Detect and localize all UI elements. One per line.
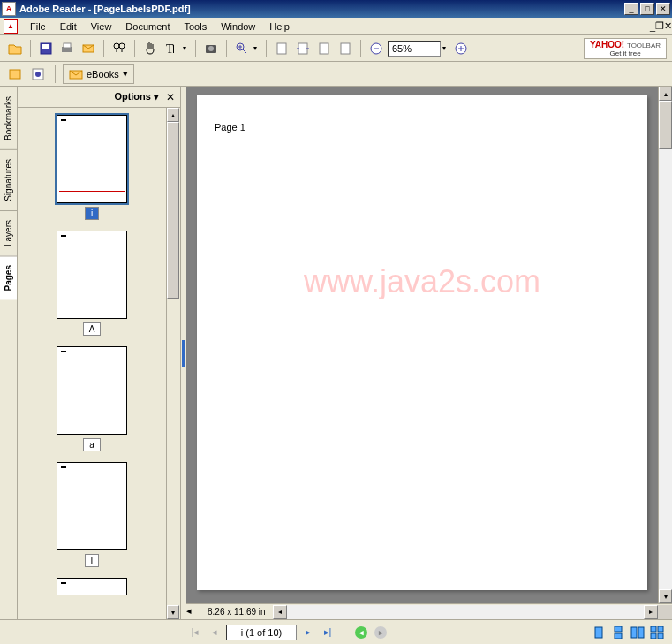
ebooks-dropdown-icon: ▾: [123, 68, 128, 80]
workspace: Bookmarks Signatures Layers Pages Option…: [0, 87, 672, 619]
zoom-level-dropdown[interactable]: ▾: [442, 44, 449, 52]
menu-window[interactable]: Window: [214, 19, 262, 34]
scroll-down-button[interactable]: ▾: [167, 605, 179, 619]
next-page-button[interactable]: ▸: [300, 625, 316, 640]
search-button[interactable]: [109, 39, 129, 58]
thumbnail[interactable]: [57, 115, 127, 203]
document-bottom-bar: ◂ 8.26 x 11.69 in ◂ ▸: [186, 603, 672, 619]
menu-tools[interactable]: Tools: [177, 19, 215, 34]
window-titlebar: A Adobe Reader - [PageLabelsPDF.pdf] _ □…: [0, 0, 672, 18]
page-area[interactable]: Page 1 www.java2s.com: [186, 87, 658, 603]
svg-point-20: [35, 72, 41, 77]
menu-file[interactable]: File: [23, 19, 53, 34]
thumbnail-label[interactable]: a: [83, 438, 101, 451]
doc-hscroll-right-button[interactable]: ▸: [644, 605, 658, 619]
svg-rect-29: [651, 633, 656, 639]
doc-hscroll-left-button[interactable]: ◂: [273, 605, 287, 619]
maximize-button[interactable]: □: [640, 3, 654, 15]
continuous-facing-view-button[interactable]: [649, 625, 665, 640]
svg-rect-14: [320, 43, 328, 54]
thumbnail-label[interactable]: A: [83, 322, 102, 336]
fit-page-button[interactable]: [272, 39, 291, 58]
zoom-in-button-2[interactable]: [451, 39, 471, 58]
pages-panel-close-button[interactable]: ✕: [166, 91, 175, 103]
hand-tool-button[interactable]: [140, 39, 160, 58]
page-text: Page 1: [215, 122, 630, 133]
single-page-view-button[interactable]: [591, 625, 607, 640]
pages-options-button[interactable]: Options ▾: [114, 91, 159, 102]
menu-document[interactable]: Document: [118, 19, 177, 34]
open-button[interactable]: [5, 39, 25, 58]
zoom-in-button[interactable]: [232, 39, 252, 58]
nav-back-button[interactable]: ◂: [353, 625, 369, 640]
save-button[interactable]: [36, 39, 56, 58]
email-button[interactable]: [79, 39, 98, 58]
panel-collapse-button[interactable]: ◂: [186, 605, 200, 619]
svg-rect-25: [631, 627, 637, 638]
pages-panel: Options ▾ ✕ iAaI ▴ ▾: [18, 87, 181, 619]
nav-forward-button[interactable]: ▸: [373, 625, 389, 640]
document-horizontal-scrollbar[interactable]: ◂ ▸: [273, 605, 658, 619]
sidetab-bookmarks[interactable]: Bookmarks: [0, 87, 17, 149]
facing-view-button[interactable]: [630, 625, 646, 640]
svg-rect-24: [615, 633, 622, 639]
svg-rect-8: [173, 45, 174, 53]
scroll-up-button[interactable]: ▴: [167, 108, 179, 122]
zoom-out-button[interactable]: [366, 39, 386, 58]
menu-help[interactable]: Help: [262, 19, 297, 34]
doc-icon: ▲: [4, 19, 18, 34]
thumbnails-list: iAaI: [18, 108, 166, 619]
fit-width-button[interactable]: [293, 39, 313, 58]
prev-page-button[interactable]: ◂: [207, 625, 223, 640]
thumbnail[interactable]: [57, 346, 127, 435]
menu-view[interactable]: View: [84, 19, 119, 34]
thumbnail[interactable]: [57, 462, 127, 550]
svg-rect-27: [651, 626, 656, 632]
menu-edit[interactable]: Edit: [53, 19, 84, 34]
rotate-button[interactable]: [336, 39, 355, 58]
sidetab-signatures[interactable]: Signatures: [0, 149, 17, 210]
last-page-button[interactable]: ▸|: [320, 625, 336, 640]
doc-scroll-down-button[interactable]: ▾: [659, 589, 672, 603]
text-select-button[interactable]: T: [162, 39, 181, 58]
doc-scroll-thumb[interactable]: [659, 101, 672, 149]
ebooks-button[interactable]: eBooks ▾: [63, 64, 134, 84]
first-page-button[interactable]: |◂: [187, 625, 203, 640]
tool-button-2[interactable]: [28, 64, 48, 84]
menubar: ▲ File Edit View Document Tools Window H…: [0, 18, 672, 35]
close-button[interactable]: ✕: [656, 3, 670, 15]
current-page-input[interactable]: i (1 of 10): [226, 625, 297, 640]
side-tabs: Bookmarks Signatures Layers Pages: [0, 87, 18, 619]
svg-text:T: T: [166, 42, 174, 56]
svg-rect-18: [10, 70, 20, 79]
svg-rect-23: [615, 626, 622, 632]
scrollbar-corner: [658, 605, 672, 619]
scroll-thumb[interactable]: [167, 122, 179, 299]
actual-size-button[interactable]: [314, 39, 334, 58]
thumbnail-label[interactable]: i: [85, 207, 99, 220]
sidetab-pages[interactable]: Pages: [0, 255, 17, 299]
svg-rect-30: [658, 633, 663, 639]
zoom-input[interactable]: 65%: [388, 41, 441, 57]
thumbnail[interactable]: [57, 578, 127, 595]
pages-scrollbar[interactable]: ▴ ▾: [166, 108, 180, 619]
print-button[interactable]: [57, 39, 77, 58]
doc-restore-button[interactable]: ❐: [655, 20, 664, 32]
thumbnail[interactable]: [57, 231, 127, 319]
main-toolbar: T ▾ ▾ 65% ▾ YAHOO! TOOLBAR Get it free: [0, 35, 672, 62]
minimize-button[interactable]: _: [624, 3, 638, 15]
secondary-toolbar: eBooks ▾: [0, 62, 672, 87]
continuous-view-button[interactable]: [610, 625, 626, 640]
zoom-dropdown[interactable]: ▾: [253, 44, 260, 52]
document-vertical-scrollbar[interactable]: ▴ ▾: [658, 87, 672, 603]
doc-scroll-up-button[interactable]: ▴: [659, 87, 672, 101]
text-select-dropdown[interactable]: ▾: [183, 44, 190, 52]
doc-close-button[interactable]: ✕: [664, 20, 672, 32]
pages-panel-header: Options ▾ ✕: [18, 87, 180, 108]
sidetab-layers[interactable]: Layers: [0, 210, 17, 255]
svg-rect-26: [638, 627, 644, 638]
yahoo-toolbar-promo[interactable]: YAHOO! TOOLBAR Get it free: [584, 38, 667, 59]
tool-button-1[interactable]: [5, 64, 25, 84]
snapshot-button[interactable]: [201, 39, 221, 58]
thumbnail-label[interactable]: I: [85, 554, 100, 567]
